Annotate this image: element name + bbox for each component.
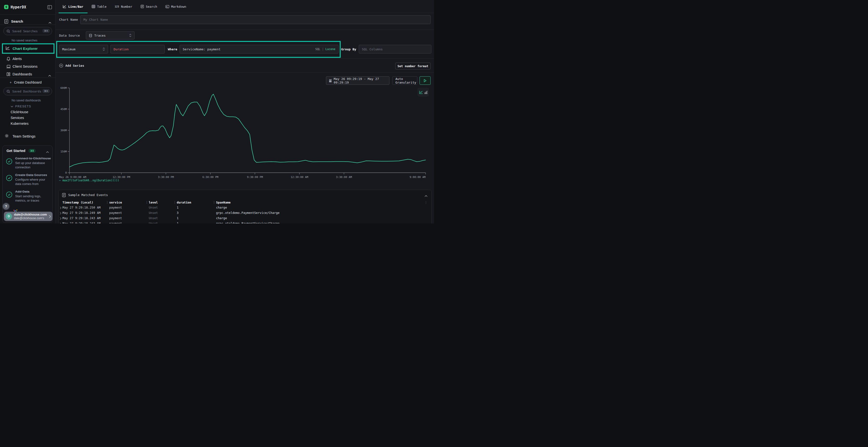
field-value: Duration <box>114 47 161 51</box>
chart-name-input[interactable] <box>80 15 431 24</box>
table-row[interactable]: May 27 9:29:18.250 AM payment Unset 1 ch… <box>59 206 431 210</box>
cell-service: payment <box>109 211 122 215</box>
svg-text:450M: 450M <box>61 108 67 111</box>
column-handle-icon[interactable]: ⋮ <box>173 201 176 204</box>
events-table-header: Timestamp (Local) ⋮ service ⋮ level ⋮ du… <box>59 201 431 205</box>
duration-chart[interactable]: 0150M300M450M600MMay 26 9:00:00 AM12:30:… <box>58 86 430 179</box>
user-subtitle: dale@clickhouse.com's <box>14 216 44 220</box>
preset-clickhouse[interactable]: ClickHouse <box>10 110 28 114</box>
sidebar-item-label: Dashboards <box>12 72 32 76</box>
user-menu[interactable]: D dale@clickhouse.com dale@clickhouse.co… <box>4 212 53 221</box>
get-started-item[interactable]: Create Data Sources Configure where your… <box>3 171 52 187</box>
sidebar-item-dashboards[interactable]: Dashboards <box>0 71 56 77</box>
query-language-switch[interactable]: SQL|Lucene <box>315 47 335 51</box>
granularity-select[interactable]: Auto Granularity <box>392 76 417 85</box>
get-started-item-subtitle: Set up your database connection <box>15 161 51 170</box>
get-started-item[interactable]: Add Data Start sending logs, metrics, or… <box>3 187 52 204</box>
tab-search[interactable]: Search <box>136 0 161 13</box>
sidebar-item-client-sessions[interactable]: Client Sessions <box>0 64 56 70</box>
tab-markdown[interactable]: M↓ Markdown <box>161 0 190 13</box>
saved-searches-input[interactable] <box>12 27 41 35</box>
get-started-item-title: Add Data <box>15 190 51 194</box>
preset-kubernetes[interactable]: Kubernetes <box>10 122 28 126</box>
line-chart-icon <box>63 5 66 8</box>
saved-searches-search[interactable]: ⌘K <box>3 27 52 35</box>
presets-toggle[interactable]: PRESETS <box>10 105 31 108</box>
chevron-up-icon <box>48 73 51 78</box>
sql-option[interactable]: SQL <box>315 47 320 51</box>
column-handle-icon[interactable]: ⋮ <box>213 201 216 204</box>
chevron-right-icon[interactable] <box>60 217 61 220</box>
bell-icon <box>6 57 10 62</box>
column-header-level[interactable]: level <box>149 201 158 204</box>
app-window: HyperDX Search ⌘K No saved searches <box>0 0 434 224</box>
check-circle-icon <box>6 175 12 186</box>
chevron-right-icon[interactable] <box>60 222 61 224</box>
create-dashboard-button[interactable]: +Create Dashboard <box>10 80 42 84</box>
data-source-select[interactable]: Traces <box>86 31 134 39</box>
add-series-button[interactable]: Add Series <box>59 64 84 68</box>
chevron-up-icon[interactable] <box>46 150 49 154</box>
aggregation-select[interactable]: Maximum <box>59 45 108 54</box>
field-select[interactable]: Duration <box>111 45 165 54</box>
tab-number[interactable]: 123 Number <box>111 0 136 13</box>
chart-explorer-icon <box>5 46 10 51</box>
sidebar-collapse-icon[interactable] <box>47 5 52 10</box>
sidebar-item-alerts[interactable]: Alerts <box>0 56 56 62</box>
column-handle-icon[interactable]: ⋮ <box>145 201 148 204</box>
cell-spanname: charge <box>216 216 227 220</box>
sidebar-item-label: Chart Explorer <box>12 46 38 50</box>
chart-explorer-annotation: Chart Explorer <box>2 43 55 54</box>
help-button[interactable]: ? <box>3 203 9 209</box>
table-row[interactable]: May 27 9:29:18.243 AM payment Unset 1 gr… <box>59 221 431 224</box>
tab-label: Markdown <box>171 5 186 8</box>
presets-label: PRESETS <box>15 105 31 108</box>
chevron-right-icon[interactable] <box>60 212 61 215</box>
where-label: Where <box>168 47 177 51</box>
svg-text:600M: 600M <box>61 87 67 90</box>
column-handle-icon[interactable]: ⋮ <box>106 201 109 204</box>
date-range-picker[interactable]: May 26 09:29:19 - May 27 09:29:19 <box>326 76 390 85</box>
where-value: ServiceName: payment <box>183 47 221 51</box>
sidebar-item-chart-explorer[interactable]: Chart Explorer <box>3 44 54 53</box>
run-query-button[interactable] <box>420 76 431 85</box>
group-by-input[interactable] <box>359 45 431 54</box>
kbd-shortcut: ⌘K <box>42 29 50 33</box>
where-input[interactable]: ServiceName: payment SQL|Lucene <box>180 45 339 54</box>
saved-dashboards-search[interactable]: ⌘K <box>3 87 52 95</box>
preset-services[interactable]: Services <box>10 116 24 120</box>
sidebar: HyperDX Search ⌘K No saved searches <box>0 0 56 224</box>
tab-line-bar[interactable]: Line/Bar <box>59 0 88 13</box>
search-icon <box>6 29 10 34</box>
brand-name: HyperDX <box>10 5 26 9</box>
chevron-right-icon[interactable] <box>60 206 61 210</box>
column-header-timestamp[interactable]: Timestamp (Local) <box>62 201 93 204</box>
chevron-up-icon <box>49 21 51 25</box>
tab-table[interactable]: Table <box>88 0 111 13</box>
cell-duration: 1 <box>177 221 179 224</box>
get-started-item-subtitle: Start sending logs, metrics, or traces <box>15 194 51 203</box>
column-header-duration[interactable]: duration <box>177 201 191 204</box>
chevron-up-icon[interactable] <box>425 194 428 198</box>
search-icon <box>6 90 10 94</box>
svg-text:6:30:00 PM: 6:30:00 PM <box>203 176 219 179</box>
column-header-spanname[interactable]: SpanName <box>216 201 230 204</box>
sidebar-item-team-settings[interactable]: Team Settings <box>0 133 56 140</box>
divider <box>0 77 56 78</box>
lucene-option[interactable]: Lucene <box>325 47 335 51</box>
main-content: Line/Bar Table 123 Number Search M↓ Mark… <box>56 0 434 224</box>
cell-level: Unset <box>149 211 158 215</box>
column-header-service[interactable]: service <box>109 201 122 204</box>
svg-text:12:30:00 AM: 12:30:00 AM <box>290 176 308 179</box>
user-email: dale@clickhouse.com <box>14 213 47 216</box>
table-row[interactable]: May 27 9:29:18.249 AM payment Unset 3 gr… <box>59 211 431 216</box>
svg-text:3:30:00 AM: 3:30:00 AM <box>336 176 352 179</box>
chevron-right-icon <box>49 215 51 219</box>
set-number-format-button[interactable]: Set number format <box>395 63 431 69</box>
cell-timestamp: May 27 9:29:18.243 AM <box>62 216 100 220</box>
saved-dashboards-input[interactable] <box>12 88 41 95</box>
get-started-item[interactable]: Connect to ClickHouse Set up your databa… <box>3 154 52 171</box>
table-row[interactable]: May 27 9:29:18.243 AM payment Unset 1 ch… <box>59 216 431 221</box>
sidebar-section-search[interactable]: Search <box>0 18 56 25</box>
search-doc-icon <box>4 19 8 25</box>
